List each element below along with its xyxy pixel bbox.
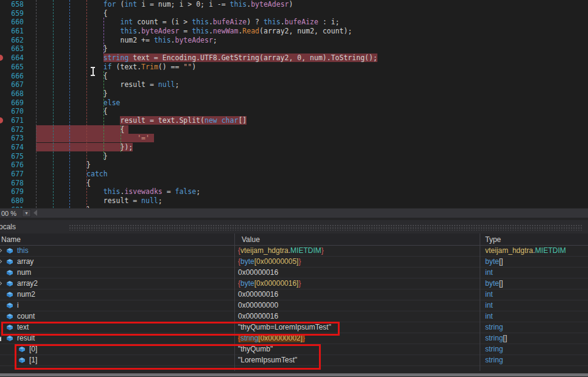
variable-name: result [17, 333, 35, 344]
code-line[interactable]: 674 }); [0, 143, 588, 152]
code-line[interactable]: 668 } [0, 89, 588, 99]
column-separator[interactable] [480, 233, 480, 371]
value-token: byte [240, 279, 254, 288]
column-header-name[interactable]: Name [1, 235, 21, 244]
code-line[interactable]: 678 { [0, 179, 588, 188]
locals-title-bar[interactable]: ocals [0, 220, 588, 233]
zoom-level-value[interactable]: 00 % [1, 210, 16, 217]
value-token: "LoremIpsumTest" [238, 356, 297, 364]
variable-value[interactable]: {vteijam_hdgtra.MIETDIM} [234, 246, 480, 256]
code-line[interactable]: 661 this.byteAdesr = this.newWam.Read(ar… [0, 27, 588, 36]
variable-value[interactable]: "thyQumb" [234, 344, 480, 355]
locals-row[interactable]: array{byte[0x00000005]}byte[] [0, 257, 588, 268]
code-line[interactable]: 667 result = null; [0, 80, 588, 89]
column-header-type[interactable]: Type [485, 235, 501, 244]
code-line[interactable]: 660 int count = (i > this.bufeAize) ? th… [0, 18, 588, 27]
line-number: 679 [0, 187, 24, 196]
code-line[interactable]: 662 num2 += this.byteAdesr; [0, 36, 588, 45]
row-name-cell: text [0, 322, 234, 333]
variable-name: this [17, 246, 29, 256]
code-token: (array2, num2, count); [259, 27, 352, 35]
row-name-cell: result [0, 333, 234, 344]
zoom-dropdown-button[interactable]: ▾ [22, 209, 31, 217]
code-editor[interactable]: 658 for (int i = num; i > 0; i -= this.b… [0, 0, 588, 208]
locals-row[interactable]: [0]"thyQumb"string [0, 344, 588, 355]
code-token [36, 0, 103, 9]
code-line[interactable]: 673 '=' [0, 134, 588, 143]
code-line[interactable]: 670 { [0, 107, 588, 116]
code-token: false [175, 187, 197, 196]
code-token: result = [36, 80, 158, 89]
scroll-left-arrow-icon[interactable] [33, 210, 37, 216]
variable-value[interactable]: "LoremIpsumTest" [234, 355, 480, 365]
type-token: int [485, 312, 493, 320]
locals-row[interactable]: num0x00000016int [0, 268, 588, 278]
code-token: else [103, 99, 121, 107]
locals-row[interactable]: num20x00000016int [0, 289, 588, 300]
code-token: ) ? [247, 18, 264, 26]
value-token: 0x00000016 [238, 312, 278, 320]
variable-value[interactable]: {string[0x00000002]} [234, 333, 480, 344]
locals-row[interactable]: result{string[0x00000002]}string[] [0, 333, 588, 344]
row-name-cell: num2 [0, 289, 234, 300]
code-line[interactable]: 675 } [0, 152, 588, 161]
code-token: ; [196, 187, 200, 196]
code-line[interactable]: 669 else [0, 99, 588, 108]
column-header-value[interactable]: Value [242, 235, 260, 244]
code-token: num2 += [36, 36, 154, 44]
code-text: } [24, 89, 108, 99]
line-number: 678 [0, 179, 24, 188]
code-line[interactable]: 663 } [0, 44, 588, 54]
expander-expanded-icon[interactable] [0, 336, 1, 341]
locals-row[interactable]: [1]"LoremIpsumTest"string [0, 355, 588, 366]
variable-name: array2 [17, 278, 38, 289]
variable-value[interactable]: 0x00000000 [234, 300, 480, 311]
value-token: MIETDIM [290, 246, 321, 255]
code-line[interactable]: 680 result = null; [0, 196, 588, 206]
expander-collapsed-icon[interactable] [0, 248, 2, 253]
value-token: 0x00000016 [238, 290, 278, 299]
column-separator[interactable] [234, 233, 235, 371]
expander-collapsed-icon[interactable] [0, 281, 2, 286]
code-text: catch [24, 170, 108, 179]
expander-collapsed-icon[interactable] [0, 259, 2, 264]
code-token: = [179, 27, 192, 35]
variable-type: vteijam_hdgtra.MIETDIM [480, 246, 588, 256]
variable-value[interactable]: {byte[0x00000016]} [234, 278, 480, 289]
code-token: char [222, 116, 239, 125]
code-line[interactable]: 659 { [0, 9, 588, 18]
variable-value[interactable]: 0x00000016 [234, 311, 480, 322]
locals-row[interactable]: text"thyQumb=LoremIpsumTest"string [0, 322, 588, 333]
code-line[interactable]: 677 catch [0, 170, 588, 179]
locals-row[interactable]: array2{byte[0x00000016]}byte[] [0, 278, 588, 289]
locals-row[interactable]: i0x00000000int [0, 300, 588, 311]
type-token: MIETDIM [535, 246, 566, 255]
code-line[interactable]: 664 string text = Encoding.UTF8.GetStrin… [0, 54, 588, 63]
locals-horizontal-scrollbar[interactable] [0, 373, 588, 376]
code-line[interactable]: 665 if (text.Trim() == "") [0, 63, 588, 72]
locals-row[interactable]: count0x00000016int [0, 311, 588, 322]
type-token: [] [503, 334, 507, 342]
code-line[interactable]: 676 } [0, 161, 588, 170]
value-token: [0x00000016] [254, 279, 299, 288]
code-line[interactable]: 672 { [0, 125, 588, 134]
code-token [36, 54, 103, 62]
code-line[interactable]: 658 for (int i = num; i > 0; i -= this.b… [0, 0, 588, 9]
locals-row[interactable]: this{vteijam_hdgtra.MIETDIM}vteijam_hdgt… [0, 246, 588, 257]
code-line[interactable]: 671 result = text.Split(new char[] [0, 116, 588, 125]
type-token: int [485, 301, 493, 310]
variable-value[interactable]: 0x00000016 [234, 289, 480, 300]
code-line[interactable]: 679 this.isvewadks = false; [0, 187, 588, 196]
value-token: [0x00000005] [254, 257, 299, 266]
variable-value[interactable]: 0x00000016 [234, 268, 480, 278]
code-text: this.byteAdesr = this.newWam.Read(array2… [24, 27, 352, 36]
variable-value[interactable]: {byte[0x00000005]} [234, 257, 480, 267]
mouse-ibeam-cursor [90, 67, 96, 77]
horizontal-scrollbar[interactable] [40, 209, 588, 218]
value-token: } [303, 334, 305, 342]
code-token [36, 99, 103, 107]
panel-drag-grip[interactable] [69, 224, 583, 230]
code-token: this [230, 0, 247, 9]
variable-value[interactable]: "thyQumb=LoremIpsumTest" [234, 322, 480, 333]
code-line[interactable]: 666 { [0, 72, 588, 81]
